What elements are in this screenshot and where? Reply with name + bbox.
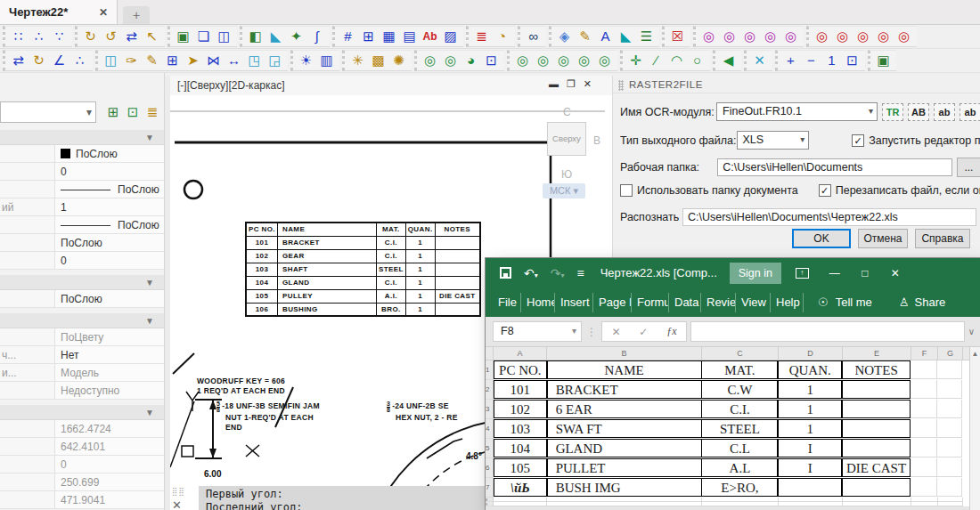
pick-color-icon[interactable]: ➤ (183, 50, 203, 71)
property-value[interactable]: 1662.4724 (55, 420, 165, 437)
share-button[interactable]: Share (915, 295, 946, 309)
quick-select-icon[interactable]: ⊡ (123, 101, 143, 123)
zoom-select-poly-r-icon[interactable]: ◎ (832, 26, 853, 47)
browse-button[interactable]: ... (957, 158, 980, 177)
property-value[interactable]: 250.699 (55, 474, 165, 490)
crop-corner-b-icon[interactable]: ◲ (265, 50, 285, 71)
rotate-180-icon[interactable]: ↺ (101, 26, 121, 47)
raster2file-title[interactable]: RASTER2FILE (613, 76, 980, 93)
property-value[interactable]: Недоступно (55, 382, 165, 399)
zoom-select-poly-m-icon[interactable]: ◎ (719, 26, 739, 47)
tile-view-icon[interactable]: ⊞ (162, 50, 183, 71)
cell[interactable]: 102 (494, 400, 547, 418)
cell[interactable] (911, 439, 937, 457)
zoom-select-rect-m-icon[interactable]: ◎ (698, 26, 719, 47)
tell-me-button[interactable]: Tell me (836, 295, 872, 309)
drag-handle-icon[interactable]: ⣿⣿ (172, 489, 197, 495)
cell[interactable]: NOTES (842, 360, 911, 379)
property-value[interactable]: ПоСлою (55, 145, 165, 162)
cell[interactable] (937, 439, 962, 457)
image-copy-icon[interactable]: ❏ (193, 26, 214, 47)
select-shape-icon[interactable]: ◎ (574, 50, 594, 71)
select-poly-icon[interactable]: ◎ (533, 50, 553, 71)
despeckle-selection-icon[interactable]: ∴ (69, 50, 90, 71)
tab-page-l[interactable]: Page L (593, 293, 632, 312)
cell[interactable] (911, 360, 937, 379)
cell[interactable]: C.W (701, 380, 778, 399)
select-subtract-icon[interactable]: ◎ (553, 50, 574, 71)
row-header[interactable]: 3 (486, 400, 494, 419)
remove-strokes-icon[interactable]: ∵ (49, 26, 69, 47)
cell[interactable]: BUSH IMG (547, 478, 702, 497)
column-header-c[interactable]: C (702, 347, 779, 360)
soften-icon[interactable]: ✺ (388, 50, 409, 71)
section-header[interactable]: ▼ (0, 130, 165, 145)
pencil-icon[interactable]: ✎ (575, 26, 595, 47)
name-box[interactable]: F8 ▾ (493, 321, 582, 342)
column-header-d[interactable]: D (779, 347, 843, 360)
spline-tool-icon[interactable]: ∫ (306, 26, 327, 47)
cell[interactable] (842, 400, 911, 418)
cell[interactable]: SWA FT (547, 419, 702, 438)
column-header-f[interactable]: F (911, 347, 938, 360)
eraser-icon[interactable]: ◈ (554, 26, 575, 47)
tab-data[interactable]: Data (669, 293, 701, 312)
cell[interactable]: PULLET (547, 458, 702, 477)
touch-tool-icon[interactable]: ☒ (667, 26, 688, 47)
ocr-text-option-icon[interactable]: TR (882, 103, 903, 121)
raster-grid-icon[interactable]: # (338, 26, 358, 47)
column-header-g[interactable]: G (938, 347, 963, 360)
cell[interactable]: 1 (778, 419, 842, 438)
cell[interactable]: A.L (701, 458, 778, 477)
select-window-icon[interactable]: ⊡ (842, 50, 862, 71)
document-tab[interactable]: Чертеж22* ✕ (0, 0, 118, 24)
delete-raster-icon[interactable]: ◫ (101, 50, 121, 71)
fill-wedge-icon[interactable]: ◣ (616, 26, 636, 47)
remove-small-objects-icon[interactable]: ∴ (29, 26, 49, 47)
select-all-corner[interactable] (486, 347, 494, 360)
cell[interactable]: 104 (494, 439, 547, 457)
ok-button[interactable]: OK (792, 229, 851, 248)
color-index-list-icon[interactable]: ≣ (471, 26, 492, 47)
zoom-shape-m-icon[interactable]: ◎ (760, 26, 780, 47)
restore-icon[interactable]: ❐ (567, 78, 584, 89)
zoom-shape-r-icon[interactable]: ◎ (873, 26, 894, 47)
column-header-e[interactable]: E (843, 347, 911, 360)
raster-mirror-icon[interactable]: ◣ (265, 26, 286, 47)
maximize-icon[interactable]: □ (850, 267, 880, 279)
selection-list-icon[interactable]: ≣ (143, 101, 162, 123)
excel-titlebar[interactable]: ↶▾ ↷▾ ≡ Чертеж22.xls [Comp... Sign in ↑ … (486, 258, 980, 287)
cell[interactable]: 101 (494, 380, 547, 399)
cell[interactable] (911, 458, 937, 477)
select-pick-icon[interactable]: ◎ (594, 50, 615, 71)
cell[interactable] (937, 419, 962, 438)
ocr-text-option-icon[interactable]: AB (908, 103, 929, 121)
cell[interactable] (494, 502, 547, 506)
text-recognize-icon[interactable]: Ab (420, 26, 440, 47)
brightness-icon[interactable]: ☀ (296, 50, 316, 71)
image-insert-icon[interactable]: ◧ (245, 26, 265, 47)
zoom-lasso-g-icon[interactable]: ◕ (461, 50, 481, 71)
select-one-icon[interactable]: 1 (821, 50, 842, 71)
cell[interactable]: E>RO, (701, 478, 778, 497)
run-editor-checkbox[interactable]: ✓ (852, 134, 864, 147)
deselect-raster-icon[interactable]: ◀ (718, 50, 739, 71)
enter-entry-icon[interactable]: ✓ (639, 326, 648, 338)
cell[interactable]: C.I. (701, 400, 778, 418)
text-frame-icon[interactable]: A (595, 26, 616, 47)
cell[interactable] (911, 502, 938, 506)
section-header[interactable]: ▼ (0, 405, 165, 420)
cancel-selection-icon[interactable]: ✕ (749, 50, 770, 71)
save-icon[interactable] (500, 267, 511, 279)
viewport-controls-label[interactable]: [-][Сверху][2D-каркас] (170, 76, 612, 95)
cell[interactable] (937, 478, 962, 497)
vertical-scrollbar[interactable]: ▲ (969, 347, 980, 510)
column-header-a[interactable]: A (494, 347, 547, 360)
cell[interactable] (937, 458, 962, 477)
property-value[interactable]: Модель (55, 364, 165, 381)
deskew-icon[interactable]: ⇄ (121, 26, 142, 47)
cell[interactable]: 1 (778, 400, 842, 418)
cancel-button[interactable]: Отмена (858, 229, 908, 248)
cell[interactable]: 103 (494, 419, 547, 438)
ocr-text-option-icon[interactable]: ab (934, 103, 955, 121)
